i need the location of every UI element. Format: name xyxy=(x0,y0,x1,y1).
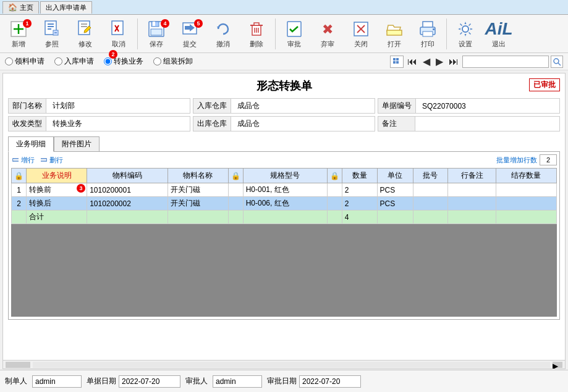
print-button[interactable]: 打印 xyxy=(412,17,444,51)
out-warehouse-value: 成品仓 xyxy=(234,117,375,131)
svg-line-42 xyxy=(558,63,561,65)
tab-business[interactable]: 业务明细 xyxy=(8,136,54,152)
radio-zhuanhuan-input[interactable] xyxy=(104,57,112,65)
dept-value: 计划部 xyxy=(49,99,190,113)
total-empty xyxy=(12,211,27,224)
ref-label: 参照 xyxy=(45,40,59,49)
exit-button[interactable]: AiL 退出 xyxy=(483,17,515,51)
nav-grid-btn[interactable] xyxy=(390,56,404,68)
close-button[interactable]: 关闭 xyxy=(345,17,377,51)
new-badge: 1 xyxy=(23,19,32,28)
total-empty5 xyxy=(243,211,327,224)
settings-label: 设置 xyxy=(459,40,472,49)
delete-icon xyxy=(247,19,266,39)
table-toolbar: 增行 删行 批量增加行数 xyxy=(11,154,557,165)
submit-badge: 5 xyxy=(194,19,203,28)
home-tab[interactable]: 🏠 主页 xyxy=(2,1,39,14)
nav-search-btn[interactable] xyxy=(551,56,563,68)
h-scroll-right[interactable]: ▶ xyxy=(553,362,562,368)
revoke-label: 撤消 xyxy=(216,40,230,49)
edit-button[interactable]: 修改 xyxy=(69,17,101,51)
radio-zhuanhuan[interactable]: 转换业务 2 xyxy=(104,56,143,67)
nav-search-input[interactable] xyxy=(462,56,549,68)
table-row[interactable]: 2 转换后 1010200002 开关门磁 H0-006, 红色 2 PCS xyxy=(12,197,557,211)
row1-stock xyxy=(496,183,556,197)
tabs-container: 业务明细 附件图片 增行 删行 批量增加行数 xyxy=(8,136,560,320)
row1-remark xyxy=(448,183,496,197)
row1-qty: 2 xyxy=(342,183,377,197)
form-title: 形态转换单 xyxy=(256,80,312,92)
ref-icon xyxy=(42,19,62,39)
col-biz-header: 业务说明 xyxy=(27,169,87,183)
lock-icon: 🔒 xyxy=(14,172,23,180)
approve-button[interactable]: 审批 xyxy=(278,17,310,51)
approve-date-input[interactable] xyxy=(299,375,361,388)
delete-button[interactable]: 删除 xyxy=(240,17,273,51)
table-toolbar-right: 批量增加行数 xyxy=(496,154,557,165)
revoke-button[interactable]: 撤消 xyxy=(207,17,239,51)
ref-button[interactable]: 参照 xyxy=(36,17,68,51)
radio-zuzhuang[interactable]: 组装拆卸 xyxy=(153,56,193,67)
radio-bar: 领料申请 入库申请 转换业务 2 组装拆卸 ⏮ ◀ ▶ ⏭ xyxy=(0,53,568,70)
radio-lingliao-input[interactable] xyxy=(5,57,13,65)
exit-icon: AiL xyxy=(489,19,509,39)
cancel-button[interactable]: 取消 xyxy=(103,17,135,51)
nav-first-btn[interactable]: ⏮ xyxy=(405,56,419,67)
settings-button[interactable]: 设置 xyxy=(449,17,481,51)
lock3-icon: 🔒 xyxy=(330,172,339,180)
nav-last-btn[interactable]: ⏭ xyxy=(447,56,460,67)
svg-rect-15 xyxy=(153,22,155,26)
radio-ruku-input[interactable] xyxy=(54,57,62,65)
del-row-label: 删行 xyxy=(49,156,63,165)
add-row-btn[interactable]: 增行 xyxy=(11,156,35,165)
radio-badge-2: 2 xyxy=(109,50,117,59)
remark-value xyxy=(418,122,559,126)
svg-point-41 xyxy=(554,59,559,64)
submit-button[interactable]: 5 提交 xyxy=(174,17,206,51)
active-tab[interactable]: 出入库申请单 xyxy=(40,1,92,14)
tab-list: 业务明细 附件图片 xyxy=(8,136,560,152)
h-scroll-thumb[interactable] xyxy=(6,362,30,368)
svg-rect-16 xyxy=(151,29,162,35)
batch-input[interactable] xyxy=(540,154,557,165)
form-fields: 部门名称 计划部 入库仓库 成品仓 单据编号 SQ22070003 收发类型 转… xyxy=(8,98,560,131)
creator-input[interactable] xyxy=(32,375,82,388)
radio-zuzhuang-label: 组装拆卸 xyxy=(163,56,193,67)
abandon-button[interactable]: ✖ 弃审 xyxy=(312,17,344,51)
doc-date-label: 单据日期 xyxy=(87,376,116,386)
approver-label: 审批人 xyxy=(185,376,210,386)
lock2-icon: 🔒 xyxy=(231,172,240,180)
out-warehouse-label: 出库仓库 xyxy=(193,117,231,131)
dept-field: 部门名称 计划部 xyxy=(8,98,190,114)
new-button[interactable]: 1 新增 xyxy=(2,17,35,51)
table-row[interactable]: 1 转换前 3 1010200001 开关门磁 H0-001, 红色 2 PCS xyxy=(12,183,557,197)
approver-input[interactable] xyxy=(213,375,262,388)
h-scrollbar[interactable]: ▶ xyxy=(3,360,565,369)
total-empty6 xyxy=(327,211,342,224)
radio-lingliao-label: 领料申请 xyxy=(15,56,45,67)
del-row-btn[interactable]: 删行 xyxy=(40,156,63,165)
row2-lock xyxy=(228,197,243,211)
nav-next-btn[interactable]: ▶ xyxy=(434,56,445,67)
col-name-header: 物料名称 xyxy=(167,169,228,183)
svg-rect-38 xyxy=(396,58,399,60)
cancel-icon xyxy=(109,19,129,39)
save-button[interactable]: 4 保存 xyxy=(140,17,172,51)
radio-lingliao[interactable]: 领料申请 xyxy=(5,56,45,67)
row2-batch xyxy=(413,197,448,211)
remark-field: 备注 xyxy=(378,116,560,131)
radio-zuzhuang-input[interactable] xyxy=(153,57,161,65)
total-empty4 xyxy=(228,211,243,224)
in-warehouse-field: 入库仓库 成品仓 xyxy=(193,98,375,114)
home-icon: 🏠 xyxy=(8,3,17,12)
total-empty9 xyxy=(448,211,496,224)
radio-ruku[interactable]: 入库申请 xyxy=(54,56,94,67)
nav-prev-btn[interactable]: ◀ xyxy=(421,56,432,67)
svg-rect-35 xyxy=(433,28,434,30)
tab-attachment[interactable]: 附件图片 xyxy=(54,136,100,152)
doc-date-input[interactable] xyxy=(119,375,180,388)
row1-name: 开关门磁 xyxy=(167,183,228,197)
open-button[interactable]: 打开 xyxy=(378,17,410,51)
empty-data-area xyxy=(11,224,557,317)
total-row: 合计 4 xyxy=(12,211,557,224)
